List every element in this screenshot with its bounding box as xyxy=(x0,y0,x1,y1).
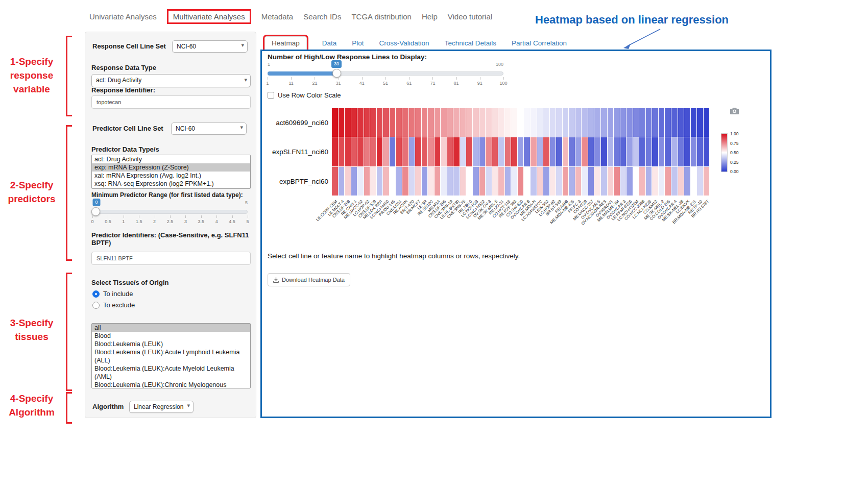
heatmap-cell[interactable] xyxy=(684,167,690,196)
heatmap-cell[interactable] xyxy=(390,137,396,166)
heatmap-cell[interactable] xyxy=(409,167,415,196)
heatmap-cell[interactable] xyxy=(415,167,421,196)
heatmap-cell[interactable] xyxy=(671,167,678,196)
heatmap-cell[interactable] xyxy=(435,137,441,166)
response-data-type-select[interactable]: act: Drug Activity ▾ xyxy=(91,74,251,87)
heatmap-cell[interactable] xyxy=(704,137,710,166)
heatmap-cell[interactable] xyxy=(492,108,498,137)
heatmap-cell[interactable] xyxy=(409,137,415,166)
heatmap-cell[interactable] xyxy=(620,167,626,196)
heatmap-cell[interactable] xyxy=(498,167,504,196)
nav-item-search-ids[interactable]: Search IDs xyxy=(303,12,341,21)
heatmap-cell[interactable] xyxy=(518,108,524,137)
heatmap-cell[interactable] xyxy=(684,137,690,166)
heatmap-cell[interactable] xyxy=(678,167,684,196)
tissue-include-radio[interactable]: To include xyxy=(92,290,133,298)
heatmap-cell[interactable] xyxy=(402,108,408,137)
heatmap-cell[interactable] xyxy=(332,137,338,166)
predictor-data-type-option[interactable]: act: Drug Activity xyxy=(92,155,250,163)
heatmap-cell[interactable] xyxy=(357,167,364,196)
heatmap-cell[interactable] xyxy=(466,167,472,196)
response-cell-line-set-select[interactable]: NCI-60 ▾ xyxy=(172,40,248,53)
heatmap-cell[interactable] xyxy=(428,167,434,196)
heatmap-cell[interactable] xyxy=(402,137,408,166)
response-identifier-input[interactable] xyxy=(91,95,251,109)
heatmap-cell[interactable] xyxy=(345,167,351,196)
heatmap-cell[interactable] xyxy=(505,137,511,166)
heatmap-cell[interactable] xyxy=(652,108,658,137)
heatmap-cell[interactable] xyxy=(601,108,607,137)
heatmap-cell[interactable] xyxy=(415,137,421,166)
heatmap-cell[interactable] xyxy=(524,137,530,166)
heatmap-cell[interactable] xyxy=(626,137,633,166)
predictor-data-type-option[interactable]: exp: mRNA Expression (Z-Score) xyxy=(92,163,250,172)
heatmap-cell[interactable] xyxy=(594,167,600,196)
heatmap-cell[interactable] xyxy=(614,137,620,166)
heatmap-cell[interactable] xyxy=(608,137,614,166)
heatmap-cell[interactable] xyxy=(473,108,479,137)
heatmap-cell[interactable] xyxy=(691,108,697,137)
heatmap-cell[interactable] xyxy=(453,137,460,166)
heatmap-cell[interactable] xyxy=(684,108,690,137)
camera-icon[interactable] xyxy=(730,107,739,114)
heatmap-cell[interactable] xyxy=(486,137,492,166)
heatmap-cell[interactable] xyxy=(505,108,511,137)
slider-handle[interactable] xyxy=(91,207,100,216)
heatmap-cell[interactable] xyxy=(441,108,447,137)
heatmap-cell[interactable] xyxy=(351,137,357,166)
lines-slider[interactable]: 1 100 30 1112131415161718191100 xyxy=(268,59,503,92)
tab-cross-validation[interactable]: Cross-Validation xyxy=(379,39,429,47)
heatmap-cell[interactable] xyxy=(659,108,665,137)
heatmap-cell[interactable] xyxy=(422,167,428,196)
nav-item-univariate-analyses[interactable]: Univariate Analyses xyxy=(89,12,157,21)
heatmap-cell[interactable] xyxy=(575,167,582,196)
heatmap-cell[interactable] xyxy=(582,167,588,196)
heatmap-cell[interactable] xyxy=(639,137,645,166)
heatmap-cell[interactable] xyxy=(453,167,460,196)
heatmap-cell[interactable] xyxy=(620,108,626,137)
heatmap-cell[interactable] xyxy=(345,108,351,137)
heatmap-cell[interactable] xyxy=(498,137,504,166)
heatmap-cell[interactable] xyxy=(511,137,517,166)
heatmap-cell[interactable] xyxy=(435,108,441,137)
heatmap-cell[interactable] xyxy=(678,108,684,137)
algorithm-select[interactable]: Linear Regression ▾ xyxy=(129,401,194,413)
heatmap-cell[interactable] xyxy=(332,108,338,137)
heatmap-cell[interactable] xyxy=(569,137,575,166)
heatmap-cell[interactable] xyxy=(582,108,588,137)
heatmap-cell[interactable] xyxy=(447,108,453,137)
heatmap-cell[interactable] xyxy=(575,108,582,137)
heatmap-cell[interactable] xyxy=(383,137,389,166)
heatmap-cell[interactable] xyxy=(665,137,671,166)
nav-item-video-tutorial[interactable]: Video tutorial xyxy=(448,12,492,21)
heatmap-cell[interactable] xyxy=(639,167,645,196)
heatmap-cell[interactable] xyxy=(409,108,415,137)
download-heatmap-button[interactable]: Download Heatmap Data xyxy=(268,273,350,286)
heatmap-cell[interactable] xyxy=(486,167,492,196)
heatmap-cell[interactable] xyxy=(594,137,600,166)
heatmap-cell[interactable] xyxy=(665,108,671,137)
heatmap-cell[interactable] xyxy=(537,167,543,196)
heatmap-row-label[interactable]: expSLFN11_nci60 xyxy=(254,148,328,156)
nav-item-help[interactable]: Help xyxy=(422,12,438,21)
heatmap-cell[interactable] xyxy=(563,167,569,196)
slider-handle[interactable] xyxy=(332,69,341,78)
heatmap-cell[interactable] xyxy=(518,167,524,196)
heatmap-cell[interactable] xyxy=(479,167,486,196)
heatmap-cell[interactable] xyxy=(435,167,441,196)
heatmap-cell[interactable] xyxy=(339,108,345,137)
heatmap-cell[interactable] xyxy=(351,167,357,196)
heatmap-cell[interactable] xyxy=(704,167,710,196)
heatmap-cell[interactable] xyxy=(563,108,569,137)
heatmap-cell[interactable] xyxy=(396,137,402,166)
nav-item-tcga-distribution[interactable]: TCGA distribution xyxy=(351,12,412,21)
heatmap-cell[interactable] xyxy=(620,137,626,166)
heatmap-cell[interactable] xyxy=(543,167,549,196)
heatmap-cell[interactable] xyxy=(563,137,569,166)
heatmap-cell[interactable] xyxy=(626,108,633,137)
heatmap-cell[interactable] xyxy=(428,137,434,166)
tissue-listbox[interactable]: allBloodBlood:Leukemia (LEUK)Blood:Leuke… xyxy=(91,323,251,388)
heatmap-cell[interactable] xyxy=(422,137,428,166)
heatmap-cell[interactable] xyxy=(531,167,537,196)
tissue-option[interactable]: Blood:Leukemia (LEUK) xyxy=(92,340,250,348)
